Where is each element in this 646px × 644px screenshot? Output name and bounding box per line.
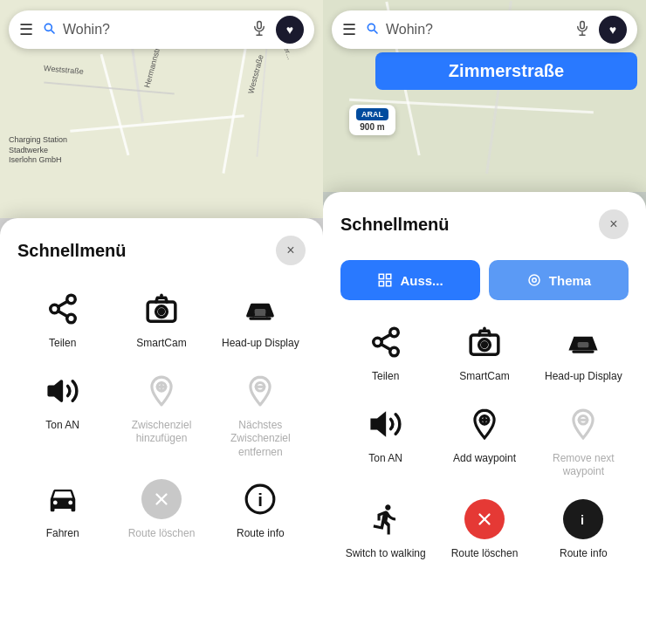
action-remove-waypoint-right[interactable]: Remove next waypoint [539, 401, 629, 479]
route-info-icon-left: i [237, 476, 283, 522]
smartcam-icon-right [462, 319, 507, 365]
switch-walking-icon-right [363, 497, 409, 542]
right-panel: Zimmerstraße ARAL 900 m ☰ Wohin? ♥ Schne… [323, 0, 646, 644]
headup-label-left: Head-up Display [222, 337, 299, 351]
action-ton-left[interactable]: Ton AN [17, 368, 107, 460]
remove-waypoint-label-right: Remove next waypoint [539, 452, 629, 479]
action-headup-left[interactable]: Head-up Display [216, 286, 306, 351]
ton-icon-right [363, 401, 409, 447]
headup-label-right: Head-up Display [545, 370, 622, 384]
svg-rect-21 [581, 21, 585, 28]
action-route-info-left[interactable]: i Route info [216, 476, 306, 541]
action-fahren-left[interactable]: Fahren [17, 476, 107, 541]
svg-rect-24 [380, 282, 384, 286]
sheet-header-left: Schnellmenü × [17, 236, 306, 265]
route-loeschen-icon-right [462, 497, 507, 542]
action-route-loeschen-left[interactable]: Route löschen [116, 476, 206, 541]
smartcam-icon-left [139, 286, 184, 332]
svg-marker-38 [372, 414, 384, 434]
action-naechstes-left[interactable]: Nächstes Zwischenziel entfernen [216, 368, 306, 460]
action-smartcam-left[interactable]: SmartCam [116, 286, 206, 351]
action-route-loeschen-right[interactable]: Route löschen [439, 497, 529, 561]
sheet-header-right: Schnellmenü × [340, 209, 629, 239]
action-teilen-left[interactable]: Teilen [17, 286, 107, 351]
route-loeschen-label-right: Route löschen [451, 547, 519, 561]
actions-grid-right: Teilen SmartCam [340, 319, 629, 560]
action-zwischenziel-left[interactable]: Zwischenziel hinzufügen [116, 368, 206, 460]
naechstes-icon-left [237, 368, 283, 414]
headup-icon-right [560, 319, 606, 365]
search-icon-left [42, 21, 56, 38]
action-smartcam-right[interactable]: SmartCam [439, 319, 529, 384]
action-teilen-right[interactable]: Teilen [340, 319, 430, 384]
left-panel: Charging StationStadtwerkeIserlohn GmbH … [0, 0, 323, 644]
mic-icon-right[interactable] [574, 20, 590, 40]
actions-grid-left: Teilen SmartCam [17, 286, 306, 541]
zwischenziel-label-left: Zwischenziel hinzufügen [116, 419, 206, 446]
aral-distance: 900 m [360, 122, 384, 132]
heart-icon-right[interactable]: ♥ [599, 16, 627, 44]
svg-rect-0 [258, 21, 262, 28]
action-ton-right[interactable]: Ton AN [340, 401, 430, 479]
svg-point-27 [533, 278, 537, 283]
svg-text:i: i [581, 512, 584, 526]
action-switch-walking-right[interactable]: Switch to walking [340, 497, 430, 561]
close-button-right[interactable]: × [599, 209, 629, 239]
teilen-icon-left [40, 286, 86, 332]
action-headup-right[interactable]: Head-up Display [539, 319, 629, 384]
search-icon-right [365, 21, 379, 38]
ton-label-right: Ton AN [368, 452, 402, 466]
menu-icon-left[interactable]: ☰ [19, 20, 33, 39]
search-placeholder-right[interactable]: Wohin? [386, 22, 574, 38]
route-loeschen-icon-left [139, 476, 184, 522]
teilen-label-right: Teilen [372, 370, 399, 384]
smartcam-label-right: SmartCam [459, 370, 509, 384]
svg-line-5 [58, 301, 67, 306]
search-bar-right: ☰ Wohin? ♥ [332, 10, 637, 49]
zimmer-street-bar: Zimmerstraße [375, 52, 637, 90]
aral-badge: ARAL 900 m [349, 105, 395, 135]
remove-waypoint-icon-right [560, 401, 606, 447]
teilen-icon-right [363, 319, 409, 365]
add-waypoint-label-right: Add waypoint [453, 452, 516, 466]
action-route-info-right[interactable]: i Route info [539, 497, 629, 561]
route-info-icon-right: i [560, 497, 606, 542]
svg-point-36 [483, 343, 487, 347]
zwischenziel-icon-left [139, 368, 184, 414]
heart-icon-left[interactable]: ♥ [276, 16, 304, 44]
route-loeschen-label-left: Route löschen [128, 527, 196, 541]
ton-icon-left [40, 368, 86, 414]
smartcam-label-left: SmartCam [136, 337, 186, 351]
headup-icon-left [237, 286, 283, 332]
aral-name: ARAL [356, 108, 388, 120]
svg-rect-23 [387, 274, 391, 278]
fahren-icon-left [40, 476, 86, 522]
thema-button[interactable]: Thema [489, 260, 629, 300]
bottom-sheet-left: Schnellmenü × Teilen [0, 218, 323, 644]
svg-text:i: i [258, 490, 263, 510]
action-add-waypoint-right[interactable]: Add waypoint [439, 401, 529, 479]
mic-icon-left[interactable] [251, 20, 267, 40]
bottom-sheet-right: Schnellmenü × Auss... Thema [323, 192, 646, 644]
close-button-left[interactable]: × [276, 236, 306, 265]
auss-label: Auss... [400, 273, 443, 288]
auss-button[interactable]: Auss... [340, 260, 480, 300]
add-waypoint-icon-right [462, 401, 507, 447]
search-bar-left: ☰ Wohin? ♥ [9, 10, 314, 49]
teilen-label-left: Teilen [49, 337, 76, 351]
map-label-charging: Charging StationStadtwerkeIserlohn GmbH [9, 135, 67, 166]
svg-line-32 [381, 334, 390, 339]
fahren-label-left: Fahren [46, 527, 79, 541]
svg-line-4 [58, 311, 67, 316]
svg-point-26 [529, 275, 539, 285]
sheet-title-left: Schnellmenü [17, 241, 126, 261]
svg-rect-10 [255, 309, 266, 314]
sheet-title-right: Schnellmenü [340, 215, 449, 235]
svg-point-9 [160, 310, 164, 314]
map-street-label-3: Weststraße [44, 64, 85, 76]
menu-icon-right[interactable]: ☰ [342, 20, 356, 39]
search-placeholder-left[interactable]: Wohin? [63, 22, 251, 38]
ton-label-left: Ton AN [45, 419, 79, 433]
switch-walking-label-right: Switch to walking [346, 547, 426, 561]
route-info-label-right: Route info [560, 547, 608, 561]
